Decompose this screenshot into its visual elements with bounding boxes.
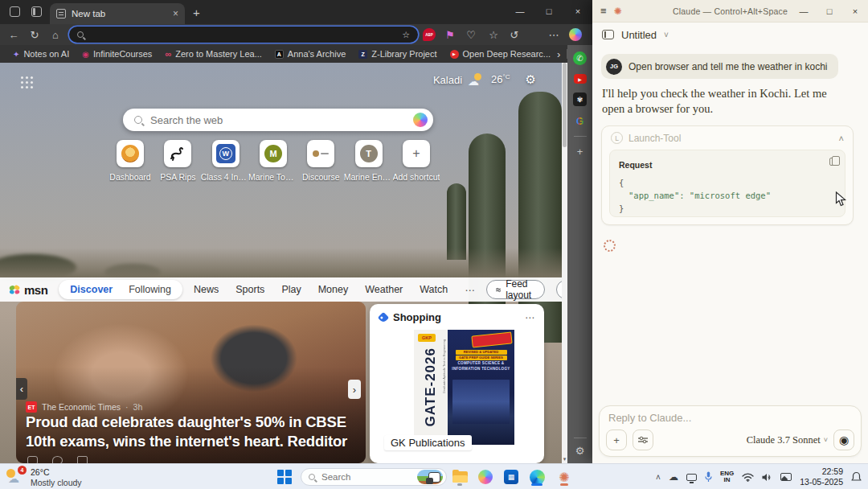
refresh-icon[interactable]: ↻	[26, 27, 43, 43]
claude-maximize-button[interactable]: □	[817, 0, 842, 23]
ntp-search-input[interactable]	[150, 114, 405, 126]
edge-taskbar-button[interactable]	[527, 467, 547, 487]
dark-app-icon[interactable]: ✾	[573, 92, 587, 106]
tools-sliders-button[interactable]	[633, 429, 653, 450]
google-icon[interactable]: G	[575, 115, 583, 127]
address-bar[interactable]: ☆	[69, 27, 418, 43]
page-scrollbar[interactable]: ▾	[562, 63, 567, 463]
comment-icon[interactable]	[52, 456, 63, 463]
onedrive-cloud-icon[interactable]: ☁	[669, 471, 678, 483]
wifi-icon[interactable]	[742, 473, 754, 482]
personalize-button[interactable]: ☆ Personalize	[556, 280, 562, 299]
file-explorer-button[interactable]	[450, 467, 469, 487]
ntp-weather-widget[interactable]: Kaladi ☁ 26°C ⚙	[433, 72, 536, 87]
msn-link-play[interactable]: Play	[281, 284, 301, 296]
workspaces-icon[interactable]	[10, 6, 20, 17]
sidebar-settings-icon[interactable]: ⚙	[575, 445, 585, 457]
history-icon[interactable]: ↺	[506, 27, 523, 43]
msn-more-icon[interactable]: ⋯	[465, 284, 475, 296]
conversation-title[interactable]: Untitled	[621, 29, 657, 41]
page-settings-gear-icon[interactable]: ⚙	[526, 72, 536, 87]
copilot-icon[interactable]	[569, 28, 582, 41]
caret-down-icon[interactable]: ˅	[664, 31, 669, 39]
copy-icon[interactable]	[829, 158, 836, 166]
settings-more-icon[interactable]: ⋯	[545, 27, 563, 43]
claude-taskbar-button[interactable]: ✺	[555, 467, 574, 487]
favorites-icon[interactable]: ☆	[485, 27, 502, 43]
like-icon[interactable]	[27, 456, 38, 463]
news-card[interactable]: ‹ › ET The Economic Times · 3h Proud dad…	[16, 302, 366, 463]
bookmark-annas-archive[interactable]: AAnna's Archive	[268, 49, 352, 59]
feed-layout-button[interactable]: Feed layout	[486, 280, 545, 299]
store-button[interactable]: ▦	[502, 467, 521, 487]
notification-bell-icon[interactable]	[851, 471, 862, 483]
shortcut-marine-engg[interactable]: T Marine Engg.	[346, 140, 391, 182]
bookmark-notes-on-ai[interactable]: ✦Notes on AI	[6, 49, 76, 59]
sidebar-toggle-icon[interactable]	[602, 30, 614, 39]
shortcut-psa-rips[interactable]: PSA Rips	[155, 140, 200, 182]
msn-link-watch[interactable]: Watch	[420, 284, 448, 296]
favorite-star-icon[interactable]: ☆	[402, 30, 410, 40]
claude-minimize-button[interactable]: —	[791, 0, 817, 23]
task-view-button[interactable]	[424, 467, 444, 487]
bookmark-infinitecourses[interactable]: ◉InfiniteCourses	[76, 49, 158, 59]
carousel-next-icon[interactable]: ›	[348, 380, 361, 399]
bookmarks-overflow-icon[interactable]: ›	[557, 48, 560, 60]
scrollbar-thumb[interactable]	[563, 63, 567, 147]
tab-discover[interactable]: Discover	[62, 284, 121, 295]
taskbar-search-input[interactable]	[321, 472, 411, 482]
clock[interactable]: 22:59 13-05-2025	[800, 466, 843, 487]
apps-grid-icon[interactable]	[21, 76, 23, 79]
sidebar-add-icon[interactable]: +	[577, 146, 583, 158]
flag-extension-icon[interactable]: ⚑	[441, 27, 459, 43]
hidden-icons-chevron[interactable]: ˄	[656, 473, 661, 482]
whatsapp-icon[interactable]: ✆	[573, 51, 587, 65]
record-button[interactable]: ◉	[833, 429, 854, 450]
adblock-icon[interactable]: ABP	[423, 28, 436, 41]
bookmark-open-deep-research[interactable]: ▶Open Deep Researc...	[444, 49, 557, 59]
language-indicator[interactable]: ENG IN	[720, 471, 734, 483]
display-icon[interactable]	[686, 474, 697, 481]
tool-header[interactable]: L Launch-Tool ˄	[602, 126, 853, 150]
ntp-search-bar[interactable]	[123, 109, 433, 131]
edge-minimize-button[interactable]: —	[506, 0, 534, 23]
start-button[interactable]	[277, 470, 291, 483]
msn-link-news[interactable]: News	[194, 284, 219, 296]
carousel-prev-icon[interactable]: ‹	[16, 378, 27, 400]
copilot-button[interactable]	[476, 467, 495, 487]
msn-link-weather[interactable]: Weather	[365, 284, 403, 296]
home-icon[interactable]: ⌂	[47, 27, 64, 43]
tab-actions-icon[interactable]	[31, 6, 42, 17]
add-shortcut-button[interactable]: + Add shortcut	[394, 140, 439, 182]
menu-hamburger-icon[interactable]: ≡	[600, 5, 607, 17]
taskbar-weather-widget[interactable]: ☁ 4 26°C Mostly cloudy	[6, 466, 82, 488]
tray-extra-icon[interactable]	[780, 473, 792, 481]
shopping-card[interactable]: Shopping ⋯ GKP GATE-2026 Graduate Aptitu…	[370, 304, 544, 463]
tab-new-tab[interactable]: New tab ×	[50, 3, 185, 24]
edge-close-button[interactable]: ×	[563, 0, 592, 23]
collapse-icon[interactable]: ˄	[839, 134, 844, 143]
browser-essentials-icon[interactable]: ♡	[462, 27, 480, 43]
msn-logo[interactable]: msn	[8, 283, 47, 297]
scroll-down-icon[interactable]: ▾	[562, 456, 567, 462]
bookmark-zero-to-mastery[interactable]: ∞Zero to Mastery Lea...	[158, 49, 268, 59]
card-menu-icon[interactable]: ⋯	[525, 312, 534, 323]
claude-close-button[interactable]: ×	[842, 0, 868, 23]
copilot-icon[interactable]	[413, 113, 428, 127]
microphone-icon[interactable]	[705, 471, 712, 483]
new-tab-button[interactable]: +	[193, 6, 200, 19]
reply-input-card[interactable]: + Claude 3.7 Sonnet ˅ ◉	[599, 405, 862, 457]
model-selector[interactable]: Claude 3.7 Sonnet ˅	[747, 434, 828, 446]
msn-link-sports[interactable]: Sports	[235, 284, 264, 296]
tool-call-card[interactable]: L Launch-Tool ˄ Request { "app_name": "m…	[601, 125, 854, 225]
volume-icon[interactable]	[762, 473, 772, 482]
reply-input[interactable]	[608, 412, 852, 424]
shortcut-marine-topics[interactable]: M Marine Topics	[251, 140, 296, 182]
book-product[interactable]: GKP GATE-2026 Graduate Aptitude Test in …	[414, 330, 514, 445]
msn-link-money[interactable]: Money	[318, 284, 349, 296]
share-icon[interactable]	[77, 456, 88, 463]
back-icon[interactable]: ←	[5, 27, 23, 43]
tab-following[interactable]: Following	[121, 284, 179, 295]
shortcut-discourse[interactable]: Discourse	[298, 140, 343, 182]
shortcut-class-4[interactable]: W Class 4 Inari...	[203, 140, 248, 182]
